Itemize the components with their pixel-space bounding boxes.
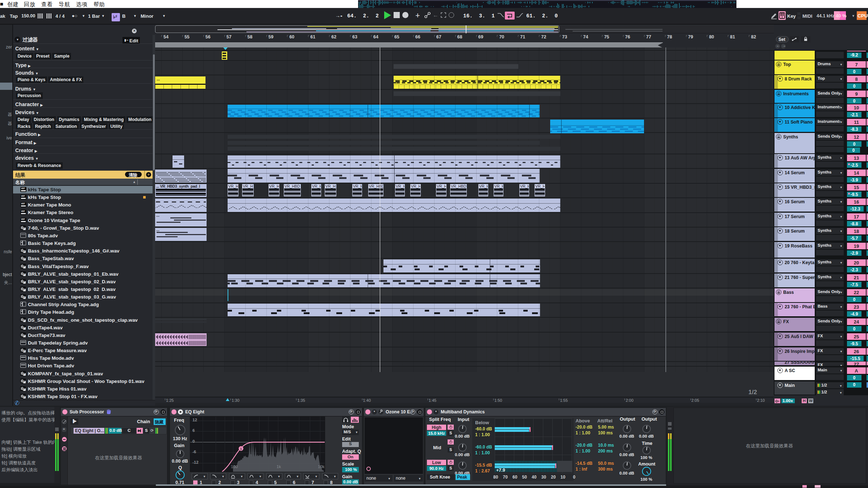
svg-text:1: 1 [240,447,242,451]
